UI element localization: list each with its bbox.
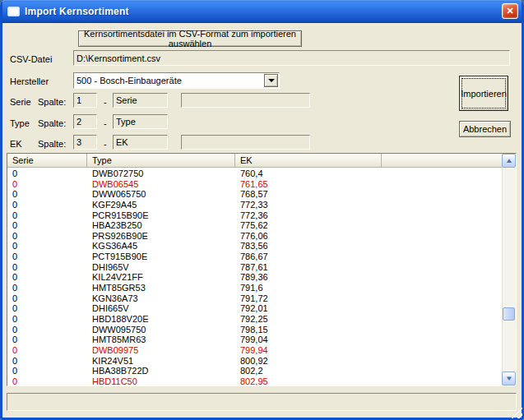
status-bar: [7, 393, 517, 411]
table-row[interactable]: 0DHI965V787,61: [7, 262, 502, 273]
cell-ek: 800,92: [235, 356, 382, 367]
type-label: Type: [10, 118, 30, 128]
grid-body: 0DWB072750760,40DWB06545761,650DWW065750…: [7, 168, 502, 385]
import-button[interactable]: Importieren: [459, 76, 508, 111]
cell-ek: 799,04: [235, 335, 382, 345]
chevron-down-icon: ▼: [504, 376, 512, 382]
cell-ek: 761,65: [235, 179, 382, 190]
hersteller-dropdown-button[interactable]: [264, 74, 278, 87]
table-main: Serie Type EK 0DWB072750760,40DWB0654576…: [7, 154, 502, 385]
cell-blank: [382, 335, 502, 345]
table-row[interactable]: 0KIR24V51800,92: [7, 356, 502, 367]
table-row[interactable]: 0KGN36A73791,72: [7, 293, 502, 304]
cell-blank: [382, 314, 502, 325]
table-row[interactable]: 0DWB072750760,4: [7, 168, 502, 179]
cell-ek: 772,36: [235, 210, 382, 221]
cell-type: DHI965V: [87, 262, 235, 273]
cell-serie: 0: [7, 231, 87, 242]
table-row[interactable]: 0DHI665V792,01: [7, 303, 502, 314]
table-row[interactable]: 0HMT85GR53791,6: [7, 283, 502, 293]
type-column-index-input[interactable]: [73, 114, 97, 129]
cell-type: HMT85GR53: [87, 283, 235, 293]
cell-ek: 768,57: [235, 189, 382, 200]
cell-serie: 0: [7, 283, 87, 293]
close-button[interactable]: ✕: [502, 3, 518, 19]
scroll-down-button[interactable]: ▼: [502, 372, 516, 385]
table-row[interactable]: 0HBD188V20E792,25: [7, 314, 502, 325]
cell-blank: [382, 168, 502, 179]
serie-column-name-input[interactable]: [113, 93, 168, 108]
ek-spalte-label: Spalte:: [38, 139, 66, 149]
column-header-ek[interactable]: EK: [235, 154, 382, 168]
table-row[interactable]: 0DWW095750798,15: [7, 325, 502, 335]
cell-blank: [382, 241, 502, 252]
cell-blank: [382, 262, 502, 273]
cell-ek: 799,94: [235, 345, 382, 356]
cell-serie: 0: [7, 325, 87, 335]
csv-file-label: CSV-Datei: [10, 54, 52, 64]
table-row[interactable]: 0PRS926B90E776,06: [7, 231, 502, 242]
type-separator: -: [104, 118, 107, 128]
scrollbar-thumb[interactable]: [503, 307, 515, 321]
cell-type: DHI665V: [87, 303, 235, 314]
cell-serie: 0: [7, 241, 87, 252]
csv-file-input[interactable]: [73, 50, 510, 66]
cell-serie: 0: [7, 168, 87, 179]
cell-type: KGN36A73: [87, 293, 235, 304]
cell-type: DWW095750: [87, 325, 235, 335]
import-preview-table: Serie Type EK 0DWB072750760,40DWB0654576…: [7, 153, 517, 386]
cell-serie: 0: [7, 252, 87, 262]
cell-ek: 792,01: [235, 303, 382, 314]
vertical-scrollbar[interactable]: ▲ ▼: [502, 154, 516, 385]
cell-ek: 791,72: [235, 293, 382, 304]
hersteller-dropdown[interactable]: 500 - Bosch-Einbaugeräte: [73, 72, 280, 89]
table-row[interactable]: 0DWB09975799,94: [7, 345, 502, 356]
serie-spalte-label: Spalte:: [38, 97, 66, 107]
column-header-blank[interactable]: [382, 154, 502, 168]
table-row[interactable]: 0HBA23B250775,62: [7, 220, 502, 231]
column-header-serie[interactable]: Serie: [7, 154, 87, 168]
cell-serie: 0: [7, 220, 87, 231]
cell-ek: 789,36: [235, 272, 382, 283]
cell-ek: 792,25: [235, 314, 382, 325]
table-row[interactable]: 0HBD11C50802,95: [7, 376, 502, 385]
table-row[interactable]: 0HBA38B722D802,2: [7, 366, 502, 376]
cell-type: PCR915B90E: [87, 210, 235, 221]
cell-blank: [382, 283, 502, 293]
table-row[interactable]: 0KGF29A45772,33: [7, 200, 502, 210]
serie-column-index-input[interactable]: [73, 93, 97, 108]
serie-extra-input[interactable]: [181, 93, 310, 108]
table-row[interactable]: 0KGS36A45783,56: [7, 241, 502, 252]
ek-column-name-input[interactable]: [113, 135, 168, 150]
cell-ek: 760,4: [235, 168, 382, 179]
close-icon: ✕: [506, 7, 513, 16]
table-header: Serie Type EK: [7, 154, 502, 168]
cell-ek: 802,95: [235, 376, 382, 385]
select-csv-file-button[interactable]: Kernsortimentsdatei im CSV-Format zum im…: [78, 30, 302, 47]
ek-column-index-input[interactable]: [73, 135, 97, 150]
cell-ek: 775,62: [235, 220, 382, 231]
import-button-label: Importieren: [461, 89, 507, 99]
scroll-up-button[interactable]: ▲: [502, 154, 516, 168]
ek-extra-input[interactable]: [181, 135, 310, 150]
cell-blank: [382, 252, 502, 262]
table-row[interactable]: 0PCT915B90E786,67: [7, 252, 502, 262]
cell-blank: [382, 345, 502, 356]
cell-blank: [382, 293, 502, 304]
ek-separator: -: [104, 139, 107, 149]
cell-ek: 802,2: [235, 366, 382, 376]
table-row[interactable]: 0PCR915B90E772,36: [7, 210, 502, 221]
column-header-type[interactable]: Type: [87, 154, 235, 168]
cell-blank: [382, 325, 502, 335]
window-title: Import Kernsortiment: [25, 6, 129, 17]
cell-serie: 0: [7, 189, 87, 200]
cell-type: PCT915B90E: [87, 252, 235, 262]
table-row[interactable]: 0DWW065750768,57: [7, 189, 502, 200]
table-row[interactable]: 0DWB06545761,65: [7, 179, 502, 190]
cell-type: HBD11C50: [87, 376, 235, 385]
type-column-name-input[interactable]: [113, 114, 168, 129]
table-row[interactable]: 0KIL24V21FF789,36: [7, 272, 502, 283]
title-bar[interactable]: Import Kernsortiment ✕: [0, 0, 524, 23]
table-row[interactable]: 0HMT85MR63799,04: [7, 335, 502, 345]
cancel-button[interactable]: Abbrechen: [459, 121, 511, 137]
